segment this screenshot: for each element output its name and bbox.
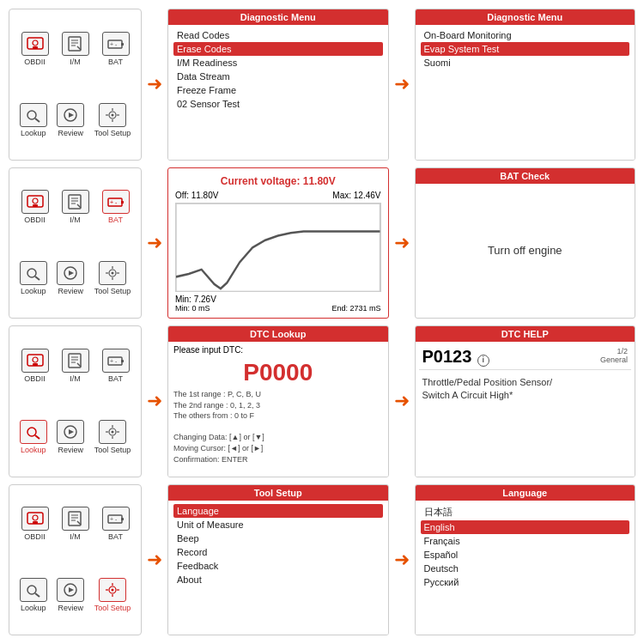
obdii-icon-r2[interactable]: OBDII [21, 190, 49, 224]
bat-check-message-r2: Turn off engine [488, 244, 562, 257]
svg-point-45 [33, 357, 38, 362]
menu-language-r4[interactable]: Language [173, 504, 383, 518]
menu-beep-r4[interactable]: Beep [173, 532, 383, 545]
arrow-row2b: ➜ [394, 232, 410, 254]
toolsetup-icon-r3[interactable]: Tool Setup [94, 420, 131, 454]
info-icon-r3: i [477, 355, 489, 367]
svg-point-66 [33, 515, 38, 520]
im-icon-r1[interactable]: I/M [62, 32, 89, 66]
menu-evap-r1[interactable]: Evap System Test [421, 42, 630, 56]
menu-unit-r4[interactable]: Unit of Measure [173, 518, 383, 532]
svg-line-77 [35, 593, 39, 597]
bat-icon-r2[interactable]: +- BAT [102, 190, 130, 224]
diag-menu-right-r1: Diagnostic Menu On-Board Monitoring Evap… [415, 9, 636, 161]
lookup-box-r1 [20, 103, 47, 127]
svg-point-12 [27, 111, 36, 119]
bat-box-r4: +- [102, 507, 130, 531]
menu-suomi-r1[interactable]: Suomi [421, 56, 630, 70]
top-icons-row2: OBDII I/M +- BAT [15, 173, 136, 241]
diag-menu-left-r1: Diagnostic Menu Read Codes Erase Codes I… [167, 9, 389, 161]
toolsetup-box-r4 [99, 578, 126, 602]
dtc-category-r3: General [600, 355, 628, 364]
main-container: OBDII I/M +- BAT [0, 0, 644, 644]
svg-rect-43 [176, 204, 380, 292]
lang-french-r4[interactable]: Français [421, 534, 630, 548]
voltage-off-r2: Off: 11.80V [175, 191, 218, 200]
diag-menu-header-right-r1: Diagnostic Menu [416, 9, 635, 25]
im-icon-r3[interactable]: I/M [62, 349, 89, 383]
bat-icon-r4[interactable]: +- BAT [102, 507, 130, 541]
svg-point-33 [27, 269, 36, 277]
svg-text:+: + [110, 199, 113, 205]
arrow-row4b: ➜ [394, 549, 410, 571]
menu-about-r4[interactable]: About [173, 573, 383, 586]
diag-menu-body-right-r1: On-Board Monitoring Evap System Test Suo… [416, 25, 635, 160]
svg-line-56 [35, 435, 39, 439]
toolsetup-box-r3 [99, 420, 126, 444]
language-header-r4: Language [416, 485, 635, 501]
toolsetup-box-r2 [99, 261, 126, 285]
svg-line-34 [35, 276, 39, 280]
svg-text:-: - [115, 516, 118, 522]
top-icons-row3: OBDII I/M +- BAT [15, 331, 136, 399]
im-icon-r2[interactable]: I/M [62, 190, 89, 224]
lang-english-r4[interactable]: English [421, 520, 630, 534]
review-icon-r3[interactable]: Review [57, 420, 84, 454]
lookup-icon-r3[interactable]: Lookup [20, 420, 47, 454]
row-1: OBDII I/M +- BAT [9, 9, 635, 161]
menu-o2-sensor-r1[interactable]: 02 Sensor Test [173, 97, 383, 111]
voltage-min-time-r2: Min: 0 mS [175, 304, 210, 313]
device-panel-row1: OBDII I/M +- BAT [9, 9, 142, 161]
dtc-help-code-row-r3: P0123 i 1/2 General [419, 345, 632, 370]
tool-setup-header-r4: Tool Setup [168, 485, 388, 501]
toolsetup-icon-r2[interactable]: Tool Setup [94, 261, 131, 295]
review-icon-r1[interactable]: Review [57, 103, 84, 137]
arrow-row2: ➜ [147, 232, 162, 254]
bat-icon-r3[interactable]: +- BAT [102, 349, 130, 383]
menu-read-codes-r1[interactable]: Read Codes [173, 28, 383, 42]
svg-point-17 [111, 113, 113, 116]
menu-im-readiness-r1[interactable]: I/M Readiness [173, 56, 383, 70]
lang-german-r4[interactable]: Deutsch [421, 562, 630, 575]
voltage-chart-r2 [175, 203, 381, 293]
voltage-max-r2: Max: 12.46V [332, 191, 380, 200]
menu-erase-codes-r1[interactable]: Erase Codes [173, 42, 383, 56]
lang-spanish-r4[interactable]: Español [421, 548, 630, 562]
menu-onboard-r1[interactable]: On-Board Monitoring [421, 28, 630, 42]
menu-data-stream-r1[interactable]: Data Stream [173, 70, 383, 83]
obdii-icon-r4[interactable]: OBDII [21, 507, 49, 541]
im-icon-r4[interactable]: I/M [62, 507, 89, 541]
svg-point-38 [111, 272, 113, 275]
menu-freeze-frame-r1[interactable]: Freeze Frame [173, 83, 383, 97]
lookup-icon-r1[interactable]: Lookup [20, 103, 47, 137]
bat-box-r1: +- [102, 32, 130, 56]
device-panel-row4: OBDII I/M +- BAT [9, 484, 142, 636]
obdii-icon-r1[interactable]: OBDII [21, 32, 49, 66]
toolsetup-icon-r4[interactable]: Tool Setup [94, 578, 131, 612]
svg-point-81 [111, 589, 113, 592]
dtc-code-display-r3: P0000 [173, 357, 383, 388]
bat-check-screen-r2: BAT Check Turn off engine [415, 167, 636, 319]
menu-feedback-r4[interactable]: Feedback [173, 559, 383, 573]
bottom-icons-row4: Lookup Review Tool Setup [15, 562, 136, 629]
voltage-title-r2: Current voltage: 11.80V [172, 172, 385, 191]
obdii-box-r3 [21, 349, 49, 373]
dtc-lookup-body-r3: Please input DTC: P0000 The 1st range : … [168, 342, 388, 477]
bat-check-body-r2: Turn off engine [416, 184, 635, 319]
lang-russian-r4[interactable]: Русский [421, 575, 630, 589]
bottom-icons-row3: Lookup Review Tool Setup [15, 403, 136, 471]
lookup-icon-r4[interactable]: Lookup [20, 578, 47, 612]
review-icon-r4[interactable]: Review [57, 578, 84, 612]
menu-record-r4[interactable]: Record [173, 545, 383, 559]
dtc-code-large-r3: P0123 [422, 347, 472, 366]
svg-text:-: - [115, 41, 118, 47]
obdii-icon-r3[interactable]: OBDII [21, 349, 49, 383]
toolsetup-icon-r1[interactable]: Tool Setup [94, 103, 131, 137]
lookup-icon-r2[interactable]: Lookup [20, 261, 47, 295]
diag-menu-header-r1: Diagnostic Menu [168, 9, 388, 25]
lang-japanese-r4[interactable]: 日本語 [421, 504, 630, 520]
bat-icon-r1[interactable]: +- BAT [102, 32, 130, 66]
diag-menu-body-r1: Read Codes Erase Codes I/M Readiness Dat… [168, 25, 388, 160]
review-icon-r2[interactable]: Review [57, 261, 84, 295]
toolsetup-box-r1 [99, 103, 126, 127]
